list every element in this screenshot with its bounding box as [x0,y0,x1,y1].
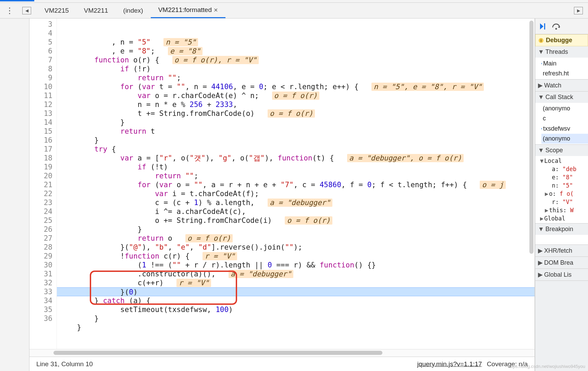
inline-value-hint: r = "V" [203,252,237,260]
callstack-frame[interactable]: c [541,113,588,123]
callstack-frame[interactable]: (anonymo [541,134,588,144]
scrollbar-vertical[interactable] [529,21,534,254]
source-tab[interactable]: VM2211 [76,3,116,18]
inline-value-hint: o = f o(r) [268,109,315,118]
code-line[interactable]: } [60,323,535,332]
thread-item[interactable]: Main [541,58,588,69]
run-snippet-icon[interactable] [572,4,585,17]
source-tab-bar: VM2215VM2211(index)VM2211:formatted× [0,3,588,19]
nav-back-icon[interactable] [20,4,34,17]
code-line[interactable] [60,332,535,341]
top-loading-bar [0,0,588,3]
cursor-position: Line 31, Column 10 [36,360,93,368]
scope-variable[interactable]: ▶this: W [540,206,588,214]
code-line[interactable]: return ""; [60,73,535,82]
source-text[interactable]: , n = "5" n = "5" , e = "8"; e = "8" fun… [57,19,535,349]
code-line[interactable]: , e = "8"; e = "8" [60,47,535,56]
inline-value-hint: o = f o(r) [285,216,332,225]
resume-button[interactable] [538,22,548,31]
code-line[interactable]: setTimeout(txsdefwsw, 100) [60,305,535,314]
scope-variable[interactable]: e: "8" [540,173,588,181]
code-line[interactable]: if (!t) [60,163,535,171]
step-over-button[interactable] [552,22,561,31]
source-tab[interactable]: VM2211:formatted× [151,3,225,18]
code-line[interactable]: return o o = f o(r) [60,234,535,243]
inline-value-hint: o = f o(r) [272,92,319,100]
code-line[interactable]: } [60,314,535,323]
left-gutter [0,19,29,371]
code-line[interactable]: return t [60,127,535,136]
inline-value-hint: n = "5" [163,38,198,46]
code-line[interactable]: !function c(r) { r = "V" [60,252,535,261]
svg-rect-0 [544,23,545,29]
inline-value-hint: o = j [480,181,505,189]
watermark: https://blog.csdn.net/wojiushiwo945you [508,364,585,369]
code-line[interactable]: if (!r) [60,64,535,73]
code-line[interactable]: var o = r.charCodeAt(e) ^ n; o = f o(r) [60,91,535,100]
svg-point-1 [555,28,557,29]
dom-breakpoints-header[interactable]: ▶DOM Brea [535,257,588,268]
threads-header[interactable]: ▼Threads [535,46,588,58]
code-line[interactable]: return ""; [60,171,535,180]
code-line[interactable]: } [60,225,535,234]
code-line[interactable]: , n = "5" n = "5" [60,38,535,47]
close-icon[interactable]: × [214,6,218,14]
source-map-link[interactable]: jquery.min.js?v=1.1:17 [417,360,482,368]
paused-banner-text: Debugge [546,37,572,44]
scope-local-header[interactable]: ▼Local [540,157,588,165]
line-number-gutter: 3456789101112131415161718192021222324252… [29,19,57,349]
code-line[interactable]: o += String.fromCharCode(i) o = f o(r) [60,216,535,225]
code-line[interactable]: } [60,118,535,127]
code-line[interactable]: function o(r) { o = f o(r), r = "V" [60,56,535,64]
code-line[interactable]: n = n * e % 256 + 2333, [60,100,535,109]
code-line[interactable]: for (var t = "", n = 44106, e = 0; e < r… [60,82,535,91]
source-tab[interactable]: (index) [116,3,151,18]
inline-value-hint: e = "8" [168,47,203,55]
thread-item[interactable]: refresh.ht [541,69,588,79]
callstack-frame[interactable]: (anonymo [541,104,588,113]
inline-value-hint: a = "debugger", o = f o(r) [347,154,464,162]
debugger-controls [535,19,588,34]
callstack-header[interactable]: ▼Call Stack [535,92,588,103]
scope-variable[interactable]: a: "deb [540,165,588,173]
code-line[interactable]: try { [60,145,535,154]
scope-header[interactable]: ▼Scope [535,145,588,156]
editor-status-bar: Line 31, Column 10 jquery.min.js?v=1.1:1… [29,357,535,371]
watch-header[interactable]: ▶Watch [535,80,588,91]
code-line[interactable]: t += String.fromCharCode(o) o = f o(r) [60,109,535,118]
inline-value-hint: o = f o(r), r = "V" [172,56,259,64]
code-line[interactable]: } [60,136,535,145]
code-editor[interactable]: 3456789101112131415161718192021222324252… [29,19,535,349]
code-line[interactable]: i ^= a.charCodeAt(c), [60,207,535,216]
inline-value-hint: n = "5", e = "8", r = "V" [371,83,484,91]
more-icon[interactable] [3,4,16,17]
global-listeners-header[interactable]: ▶Global Lis [535,269,588,280]
code-line[interactable]: var i = t.charCodeAt(f); [60,189,535,198]
svg-text:i: i [540,38,541,43]
breakpoints-header[interactable]: ▼Breakpoin [535,224,588,235]
callstack-frame[interactable]: txsdefwsv [541,123,588,134]
code-line[interactable]: }("@"), "b", "e", "d"].reverse().join(""… [60,243,535,252]
code-line[interactable]: (1 !== ("" + r / r).length || 0 === r) &… [60,261,535,270]
scope-variable[interactable]: ▶o: f o( [540,190,588,198]
scope-global-header[interactable]: ▶Global [540,214,588,223]
inline-value-hint: o = f o(r) [185,234,233,242]
scope-variable[interactable]: r: "V" [540,198,588,206]
annotation-red-box [90,271,237,305]
xhr-breakpoints-header[interactable]: ▶XHR/fetch [535,245,588,256]
code-line[interactable]: c = (c + 1) % a.length, a = "debugger" [60,198,535,207]
inline-value-hint: a = "debugger" [229,270,293,278]
code-line[interactable]: var a = ["r", o("갯"), "g", o("갭"), funct… [60,154,535,163]
scope-variable[interactable]: n: "5" [540,181,588,190]
debugger-sidebar: i Debugge ▼Threads Mainrefresh.ht ▶Watch… [535,19,588,371]
inline-value-hint: a = "debugger" [268,199,332,207]
code-line[interactable]: for (var o = "", a = r + n + e + "7", c … [60,180,535,189]
source-tab[interactable]: VM2215 [37,3,76,18]
scrollbar-horizontal[interactable] [29,349,535,357]
paused-banner: i Debugge [535,34,588,46]
